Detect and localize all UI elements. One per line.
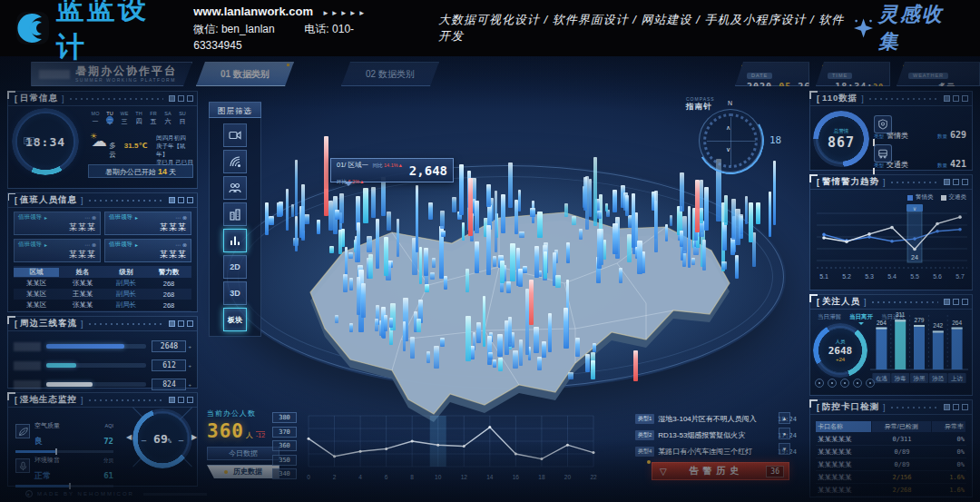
- duty-cards: 值班领导►⋯ ⊗某某某值班领导►⋯ ⊗某某某值班领导►⋯ ⊗某某某值班领导►⋯ …: [14, 212, 191, 262]
- table-row: 某某某某某0/890%: [816, 458, 966, 471]
- card-actions[interactable]: ⋯ ⊗: [175, 214, 187, 221]
- today-data-button[interactable]: 今日数据: [207, 447, 279, 460]
- metric-label: 空气质量: [34, 422, 60, 428]
- focus-action-icon[interactable]: [853, 379, 862, 388]
- chevron-right-icon: ►: [134, 215, 139, 221]
- window-controls[interactable]: [169, 397, 193, 403]
- logo-text: 蓝蓝设计: [56, 0, 173, 66]
- svg-text:20: 20: [564, 474, 572, 480]
- eco-gauge: – 69% –: [137, 413, 188, 464]
- alert-history-banner[interactable]: ▽ 告警历史 36: [652, 462, 789, 480]
- checkpoint-name: 某某某某某: [816, 460, 872, 469]
- checkpoint-name: 某某某某某: [816, 448, 872, 457]
- flow-bars: 2648+612+824+: [8, 331, 197, 396]
- alert-type-tag: 类型4: [635, 447, 654, 457]
- checkpoint-detect: 2/156: [872, 474, 932, 481]
- legend-item[interactable]: 警情类: [907, 193, 934, 202]
- legend-swatch: [941, 195, 946, 201]
- weekday-en: WE: [117, 110, 132, 117]
- inspiration-collect[interactable]: 灵感收集: [854, 1, 962, 55]
- card-actions[interactable]: ⋯ ⊗: [84, 241, 96, 248]
- tab-data-category-2[interactable]: 02 数据类别: [341, 62, 439, 86]
- flow-label-redacted: [14, 380, 41, 389]
- cell: 268: [146, 280, 191, 288]
- gauge-next-arrow[interactable]: ▶: [191, 433, 197, 441]
- window-controls[interactable]: [944, 404, 968, 410]
- column-header: 异常/已检测: [872, 421, 931, 432]
- table-header-row: 区域姓名级别警力数: [14, 266, 191, 278]
- province-map: [256, 176, 769, 427]
- flow-track: [46, 382, 146, 387]
- duty-card: 值班领导►⋯ ⊗某某某: [14, 212, 101, 235]
- compass-dial[interactable]: ∧ ∨: [699, 109, 762, 172]
- scroll-down-button[interactable]: ▼: [779, 443, 790, 455]
- office-delta: -12: [256, 431, 265, 438]
- legend-item[interactable]: 交通类: [941, 193, 967, 202]
- chevron-down-icon[interactable]: ∨: [726, 146, 730, 153]
- layer-filter-panel: 图层筛选 2D 3D 板块: [209, 102, 261, 337]
- window-controls[interactable]: [944, 179, 968, 185]
- weather-icon: ☀☁: [88, 133, 109, 152]
- flow-value: 2648: [152, 340, 186, 352]
- alert-scroll-controls: ▲ ● ▼: [779, 412, 790, 455]
- card-actions[interactable]: ⋯ ⊗: [84, 214, 96, 221]
- focus-bar-chart: 264在逃311涉毒279涉黑242涉恐264上访: [868, 302, 970, 393]
- map-tooltip: 01/ 区域一 同比 14.1%▲ 环比 6.2%▲ 2,648: [330, 158, 454, 182]
- svg-text:18: 18: [538, 474, 545, 480]
- layer-3d-button[interactable]: 3D: [223, 281, 247, 305]
- alert-item[interactable]: 类型2RD13-53烟感报警疑似火灾17:24: [635, 428, 797, 442]
- svg-text:涉恐: 涉恐: [931, 375, 945, 382]
- metric-value: 61: [103, 471, 113, 480]
- alert-type-tag: 类型1: [635, 414, 654, 424]
- police-badge-icon: [874, 115, 892, 133]
- scroll-dot[interactable]: ●: [779, 428, 790, 439]
- history-data-button[interactable]: 历史数据: [207, 465, 279, 478]
- weather-block: WEATHER 多云 ☁: [897, 62, 980, 86]
- website-link[interactable]: www.lanlanwork.com: [193, 5, 313, 18]
- layer-camera-button[interactable]: [223, 123, 247, 147]
- column-header: 警力数: [146, 268, 191, 277]
- layer-signal-button[interactable]: [223, 150, 247, 173]
- svg-text:22: 22: [590, 474, 597, 480]
- layer-block-button[interactable]: 板块: [223, 308, 247, 331]
- layer-building-button[interactable]: [223, 202, 247, 226]
- alert-item[interactable]: 类型4某路口有小汽车连闯三个红灯15:24: [635, 445, 797, 458]
- chevron-up-icon[interactable]: ∧: [726, 124, 730, 132]
- alert-list: 类型1湿地3-104片区有不明人员闯入18:24类型2RD13-53烟感报警疑似…: [635, 412, 797, 458]
- alarm-type-row: 类型警情类数量629: [874, 113, 966, 141]
- layer-people-button[interactable]: [223, 176, 247, 200]
- weekday-cn: 四: [132, 117, 146, 126]
- data-bar: [769, 192, 771, 238]
- gauge-prev-arrow[interactable]: ◀: [126, 433, 132, 441]
- checkpoint-rate: 1.6%: [932, 487, 966, 494]
- air-quality-metric: 空气质量 良 AQI 72: [15, 415, 113, 453]
- cell: 副局长: [106, 290, 146, 299]
- tab-data-category-1[interactable]: 01 数据类别: [196, 62, 294, 86]
- focus-action-icon[interactable]: [840, 379, 849, 388]
- scroll-up-button[interactable]: ▲: [779, 412, 790, 424]
- total-alarm-gauge: 总警情 867: [818, 115, 865, 162]
- date-label: DATE: [747, 73, 772, 79]
- focus-action-icon[interactable]: [815, 379, 824, 388]
- window-controls[interactable]: [944, 95, 968, 102]
- flow-track: [46, 344, 146, 349]
- chevron-right-icon: ►: [134, 242, 139, 248]
- flow-value: 612: [152, 359, 186, 371]
- window-controls[interactable]: [169, 197, 193, 203]
- window-controls[interactable]: [169, 95, 193, 102]
- cell: 张某某: [59, 300, 106, 310]
- cell: 张某某: [59, 279, 106, 288]
- focus-tab[interactable]: 当日滞留: [818, 313, 841, 321]
- focus-action-icon[interactable]: [828, 379, 837, 388]
- duty-name: 某某某: [109, 249, 187, 261]
- layer-2d-button[interactable]: 2D: [223, 255, 247, 279]
- window-controls[interactable]: [169, 320, 193, 327]
- alert-item[interactable]: 类型1湿地3-104片区有不明人员闯入18:24: [635, 412, 797, 426]
- office-unit: 人: [246, 430, 253, 440]
- clock-period: PM: [24, 137, 34, 144]
- card-actions[interactable]: ⋯ ⊗: [175, 241, 187, 248]
- layer-barchart-button[interactable]: [223, 229, 247, 252]
- duty-card: 值班领导►⋯ ⊗某某某: [104, 239, 191, 262]
- svg-text:0: 0: [307, 474, 310, 480]
- column-header: 级别: [106, 268, 146, 277]
